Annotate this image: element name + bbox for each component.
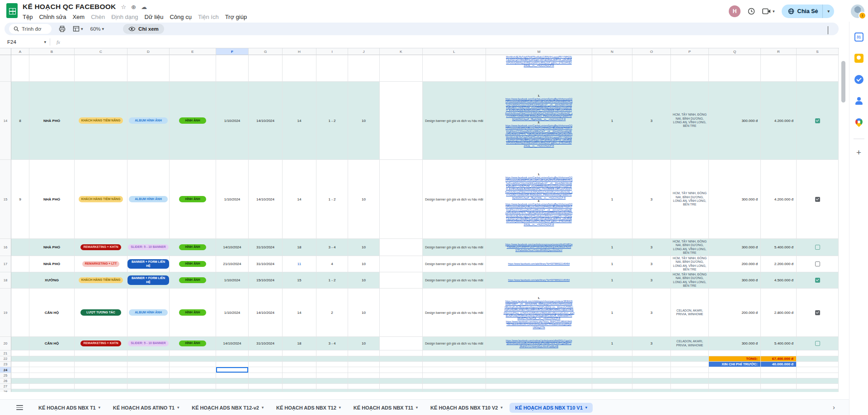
row-checkbox[interactable] [815, 278, 820, 283]
row-checkbox[interactable] [815, 310, 820, 315]
cell-F23[interactable] [216, 362, 249, 367]
facebook-link[interactable]: JRdHZUYjYh0d=NDyLNVnPJq6EyKB [488, 345, 590, 348]
row-header[interactable]: 15 [0, 160, 11, 239]
cell-L28[interactable] [423, 389, 486, 392]
cell-Q15[interactable]: 300.000 đ [709, 160, 761, 239]
cell-K17[interactable] [380, 256, 423, 272]
cell-H20[interactable]: 18 [283, 337, 316, 350]
cell-P19[interactable]: CELADON, AKARI, PRIVIA, WINHOME [671, 289, 709, 337]
cell-J28[interactable] [348, 389, 380, 392]
cell-S18[interactable] [797, 272, 839, 289]
cell-N23[interactable] [592, 362, 632, 367]
cell-J19[interactable]: 10 [348, 289, 380, 337]
cell-P16[interactable]: HCM, TÂY NINH, ĐỒNG NAI, BÌNH DƯƠNG, LON… [671, 239, 709, 256]
print-icon[interactable] [59, 26, 66, 32]
cell-K19[interactable] [380, 289, 423, 337]
cell-G27[interactable] [249, 384, 283, 389]
cell-P18[interactable]: HCM, TÂY NINH, ĐỒNG NAI, BÌNH DƯƠNG, LON… [671, 272, 709, 289]
cell-P25[interactable] [671, 373, 709, 378]
cell-C25[interactable] [75, 373, 127, 378]
cell-B20[interactable]: CĂN HỘ [29, 337, 75, 350]
cell-F[interactable] [216, 55, 249, 82]
cell-E21[interactable] [170, 350, 216, 356]
sheet-tab[interactable]: KẾ HOẠCH ADS NBX T1▾ [33, 403, 106, 413]
cell-S17[interactable] [797, 256, 839, 272]
cell-R28[interactable] [761, 389, 797, 392]
cell-F28[interactable] [216, 389, 249, 392]
column-header-I[interactable]: I [316, 48, 348, 55]
cell-P27[interactable] [671, 384, 709, 389]
sheet-tab[interactable]: KẾ HOẠCH ADS ATINO T1▾ [108, 403, 185, 413]
sheet-tab[interactable]: KẾ HOẠCH ADS NBX T10 V1▾ [509, 403, 592, 413]
cell-E17[interactable]: HÌNH ẢNH [170, 256, 216, 272]
cell-Q16[interactable]: 300.000 đ [709, 239, 761, 256]
tasks-icon[interactable] [854, 74, 864, 85]
cell-D21[interactable] [127, 350, 170, 356]
cell-R22[interactable]: 67.400.000 đ [761, 356, 797, 362]
cell-O19[interactable]: 3 [632, 289, 671, 337]
cell-J16[interactable]: 10 [348, 239, 380, 256]
cell-R17[interactable]: 2.200.000 đ [761, 256, 797, 272]
row-checkbox[interactable] [815, 341, 820, 346]
cell-C28[interactable] [75, 389, 127, 392]
collaborator-avatar[interactable]: H [729, 5, 741, 17]
cell-J21[interactable] [348, 350, 380, 356]
column-header-C[interactable]: C [75, 48, 127, 55]
cell-N[interactable] [592, 55, 632, 82]
cell-D26[interactable] [127, 378, 170, 384]
cell-C18[interactable]: KHÁCH HÀNG TIỀM NĂNG [75, 272, 127, 289]
cell-Q17[interactable]: 200.000 đ [709, 256, 761, 272]
cell-I20[interactable]: 3 - 4 [316, 337, 348, 350]
cell-H14[interactable]: 14 [283, 82, 316, 160]
facebook-link[interactable]: Z/62&__tn__=%2CO%2CP-R [488, 223, 590, 226]
cell-B28[interactable] [29, 389, 75, 392]
column-header-E[interactable]: E [170, 48, 216, 55]
cell-H28[interactable] [283, 389, 316, 392]
cell-Q27[interactable] [709, 384, 761, 389]
cell-K14[interactable] [380, 82, 423, 160]
cell-F26[interactable] [216, 378, 249, 384]
cell-I26[interactable] [316, 378, 348, 384]
row-header[interactable]: 20 [0, 337, 11, 350]
cell-D[interactable] [127, 55, 170, 82]
cell-D22[interactable] [127, 356, 170, 362]
keep-icon[interactable] [854, 53, 864, 64]
cell-H17[interactable]: 11 [283, 256, 316, 272]
view-only-chip[interactable]: Chỉ xem [123, 24, 164, 34]
cell-S27[interactable] [797, 384, 839, 389]
column-header-R[interactable]: R [761, 48, 797, 55]
cell-R15[interactable]: 4.200.000 đ [761, 160, 797, 239]
cell-G17[interactable]: 31/10/2024 [249, 256, 283, 272]
sheet-tab[interactable]: KẾ HOẠCH ADS NBX T11▾ [348, 403, 423, 413]
cell-J27[interactable] [348, 384, 380, 389]
row-header[interactable]: 22 [0, 356, 11, 362]
cell-A16[interactable] [11, 239, 29, 256]
cell-K23[interactable] [380, 362, 423, 367]
cell-K26[interactable] [380, 378, 423, 384]
cell-H24[interactable] [283, 367, 316, 373]
cell-B[interactable] [29, 55, 75, 82]
cell-G[interactable] [249, 55, 283, 82]
row-header[interactable]: 14 [0, 82, 11, 160]
cell-A21[interactable] [11, 350, 29, 356]
cell-M21[interactable] [486, 350, 592, 356]
cell-C14[interactable]: KHÁCH HÀNG TIỀM NĂNG [75, 82, 127, 160]
row-header[interactable]: 23 [0, 362, 11, 367]
cell-D18[interactable]: BANNER + FORM LIÊN HỆ [127, 272, 170, 289]
cell-C24[interactable] [75, 367, 127, 373]
facebook-link[interactable]: S7PaSsN6sTAcsI7r0dmfRhMNQIqcz0d2ZkcV [488, 249, 590, 252]
column-header-M[interactable]: M [486, 48, 592, 55]
cell-J[interactable] [348, 55, 380, 82]
cell-H22[interactable] [283, 356, 316, 362]
cell-N20[interactable]: 1 [592, 337, 632, 350]
cell-E24[interactable] [170, 367, 216, 373]
cell-J25[interactable] [348, 373, 380, 378]
menu-chen[interactable]: Chèn [88, 13, 108, 21]
cell-I15[interactable]: 1 - 2 [316, 160, 348, 239]
cell-D20[interactable]: SLIDER: 5 - 10 BANNER [127, 337, 170, 350]
column-header-F[interactable]: F [216, 48, 249, 55]
cell-F20[interactable]: 14/10/2024 [216, 337, 249, 350]
cell-C15[interactable]: KHÁCH HÀNG TIỀM NĂNG [75, 160, 127, 239]
cell-L18[interactable]: Design banner gói giá và dịch vụ hậu mãi [423, 272, 486, 289]
row-checkbox[interactable] [815, 245, 820, 250]
